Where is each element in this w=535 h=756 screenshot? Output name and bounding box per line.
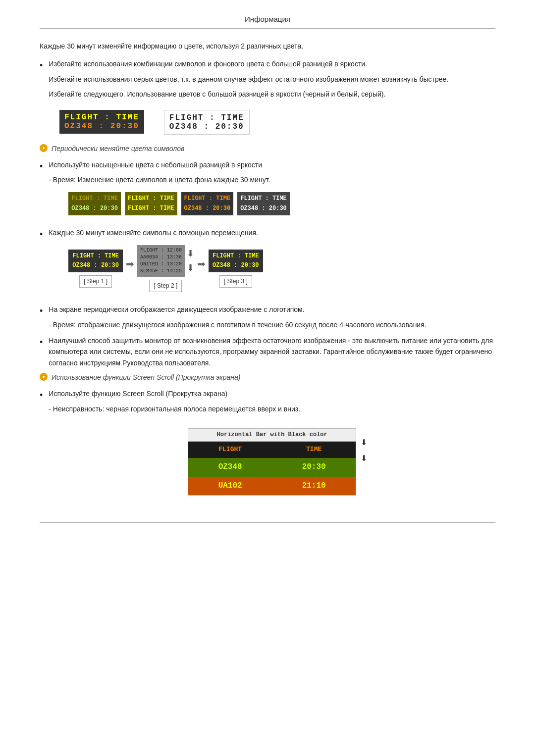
page-footer-line	[40, 522, 495, 523]
fc-yellow-r1: FLIGHT : TIME	[128, 194, 174, 203]
bullet-move-content: Каждые 30 минут изменяйте символы с помо…	[49, 227, 495, 300]
step2-label: [ Step 2 ]	[149, 280, 182, 292]
scroll-row-header: FLIGHT TIME	[188, 442, 356, 458]
bullet-logo-content: На экране периодически отображается движ…	[49, 304, 495, 330]
sub-para-2-text: Избегайте следующего. Использование цвет…	[49, 90, 385, 98]
fc-white-r1: FLIGHT : TIME	[240, 194, 287, 203]
fc-yellow-r2: FLIGHT : TIME	[128, 204, 174, 213]
step2-line4: KLM45E : 14:25	[140, 268, 182, 275]
demo-light-row1: FLIGHT : TIME	[169, 113, 244, 122]
fc-box-green: FLIGHT : TIME OZ348 : 20:30	[68, 192, 121, 215]
sub-scroll: - Неисправность: черная горизонтальная п…	[49, 403, 495, 414]
scroll-row1: OZ348 20:30	[188, 458, 356, 477]
scroll-row2-col2: 21:10	[272, 477, 356, 496]
step2-flight: FLIGHT : 12:00 AA0034 : 13:36 UNITED : 1…	[137, 245, 185, 277]
step3-r2: OZ348 : 20:30	[213, 261, 259, 270]
page-title: Информация	[245, 15, 290, 23]
bullet-scroll-text: Используйте функцию Screen Scroll (Прокр…	[49, 390, 227, 398]
step1-flight: FLIGHT : TIME OZ348 : 20:30	[68, 250, 123, 272]
bullet-dot-protect: •	[40, 336, 43, 349]
step2-inner: FLIGHT : 12:00 AA0034 : 13:36 UNITED : 1…	[137, 245, 194, 277]
fc-orange-r1: FLIGHT : TIME	[184, 194, 231, 203]
sub-logo-text: - Время: отображение движущегося изображ…	[49, 321, 426, 329]
sub-logo: - Время: отображение движущегося изображ…	[49, 319, 495, 330]
bullet-protect: • Наилучший способ защитить монитор от в…	[40, 335, 495, 368]
fc-box-orange: FLIGHT : TIME OZ348 : 20:30	[181, 192, 234, 215]
bullet-1-text: Избегайте использования комбинации симво…	[49, 60, 367, 68]
page-container: Информация Каждые 30 минут изменяйте инф…	[0, 0, 535, 553]
bullet-dot-sat: •	[40, 160, 43, 173]
demo-boxes: FLIGHT : TIME OZ348 : 20:30 FLIGHT : TIM…	[59, 110, 495, 135]
steps-row: FLIGHT : TIME OZ348 : 20:30 [ Step 1 ] ➡…	[68, 245, 495, 292]
bullet-logo: • На экране периодически отображается дв…	[40, 304, 495, 330]
step2-box: FLIGHT : 12:00 AA0034 : 13:36 UNITED : 1…	[137, 245, 194, 292]
bullet-sat-content: Используйте насыщенные цвета с небольшой…	[49, 159, 495, 222]
intro-para: Каждые 30 минут изменяйте информацию о ц…	[40, 41, 495, 51]
scroll-demo-table: Horizontal Bar with Black color FLIGHT T…	[188, 428, 356, 496]
bullet-protect-text: Наилучший способ защитить монитор от воз…	[49, 337, 493, 367]
bullet-dot-move: •	[40, 228, 43, 241]
fc-green-r2: OZ348 : 20:30	[71, 204, 118, 213]
fc-box-white: FLIGHT : TIME OZ348 : 20:30	[237, 192, 290, 215]
fc-white-r2: OZ348 : 20:30	[240, 204, 287, 213]
bullet-move: • Каждые 30 минут изменяйте символы с по…	[40, 227, 495, 300]
section-icon-2	[40, 144, 48, 152]
bullet-scroll: • Используйте функцию Screen Scroll (Про…	[40, 388, 495, 503]
step1-r1: FLIGHT : TIME	[72, 252, 119, 261]
demo-dark-row2: OZ348 : 20:30	[64, 122, 139, 131]
fc-orange-r2: OZ348 : 20:30	[184, 204, 231, 213]
bullet-protect-content: Наилучший способ защитить монитор от воз…	[49, 335, 495, 368]
sub-para-2: Избегайте следующего. Использование цвет…	[49, 89, 495, 100]
demo-dark-row1: FLIGHT : TIME	[64, 113, 139, 122]
step2-line3: UNITED : 13:20	[140, 261, 182, 268]
step2-line2: AA0034 : 13:36	[140, 254, 182, 261]
demo-light-box: FLIGHT : TIME OZ348 : 20:30	[164, 110, 250, 135]
bullet-scroll-content: Используйте функцию Screen Scroll (Прокр…	[49, 388, 495, 503]
bullet-sat: • Используйте насыщенные цвета с небольш…	[40, 159, 495, 222]
scroll-col1-header: FLIGHT	[188, 442, 272, 458]
step3-r1: FLIGHT : TIME	[213, 252, 259, 261]
fc-green-r1: FLIGHT : TIME	[71, 194, 118, 203]
arrow-2: ➡	[197, 256, 206, 282]
scroll-row1-col2: 20:30	[272, 458, 356, 477]
scroll-arrow-down-1: ⬇	[361, 436, 367, 449]
sub-para-1: Избегайте использования серых цветов, т.…	[49, 74, 495, 85]
bullet-dot-logo: •	[40, 305, 43, 317]
scroll-row1-col1: OZ348	[188, 458, 272, 477]
bullet-1: • Избегайте использования комбинации сим…	[40, 58, 495, 100]
scroll-demo-header: Horizontal Bar with Black color	[188, 429, 356, 442]
sub-time: - Время: Изменение цвета символов и цвет…	[49, 174, 495, 185]
bullet-sat-text: Используйте насыщенные цвета с небольшой…	[49, 161, 262, 169]
scroll-col2-header: TIME	[272, 442, 356, 458]
scroll-arrows: ⬇ ⬇	[361, 436, 367, 464]
section2-heading: Периодически меняйте цвета символов	[40, 145, 495, 152]
section-icon-3	[40, 373, 48, 381]
arrow-1: ➡	[126, 256, 134, 282]
step1-box: FLIGHT : TIME OZ348 : 20:30 [ Step 1 ]	[68, 250, 123, 288]
bullet-move-text: Каждые 30 минут изменяйте символы с помо…	[49, 229, 258, 237]
scroll-demo-wrapper: Horizontal Bar with Black color FLIGHT T…	[49, 421, 495, 503]
sub-para-1-text: Избегайте использования серых цветов, т.…	[49, 75, 448, 83]
sub-scroll-text: - Неисправность: черная горизонтальная п…	[49, 405, 300, 413]
section2-heading-text: Периодически меняйте цвета символов	[52, 145, 184, 152]
step2-line1: FLIGHT : 12:00	[140, 247, 182, 254]
bullet-dot-scroll: •	[40, 389, 43, 402]
scroll-row2: UA102 21:10	[188, 477, 356, 496]
sub-time-text: - Время: Изменение цвета символов и цвет…	[49, 176, 270, 184]
demo-light-row2: OZ348 : 20:30	[169, 122, 244, 131]
fc-box-yellow: FLIGHT : TIME FLIGHT : TIME	[125, 192, 177, 215]
step1-label: [ Step 1 ]	[79, 275, 112, 288]
bullet-dot-1: •	[40, 59, 43, 72]
scroll-demo-relative: Horizontal Bar with Black color FLIGHT T…	[188, 421, 356, 503]
demo-dark-box: FLIGHT : TIME OZ348 : 20:30	[59, 110, 144, 134]
step3-flight: FLIGHT : TIME OZ348 : 20:30	[209, 250, 263, 272]
step3-box: FLIGHT : TIME OZ348 : 20:30 [ Step 3 ]	[209, 250, 263, 288]
bullet-logo-text: На экране периодически отображается движ…	[49, 305, 304, 313]
scroll-arrow-down-2: ⬇	[361, 452, 367, 465]
section3-heading: Использование функции Screen Scroll (Про…	[40, 373, 495, 381]
scroll-row2-col1: UA102	[188, 477, 272, 496]
intro-text: Каждые 30 минут изменяйте информацию о ц…	[40, 42, 303, 50]
color-variant-row: FLIGHT : TIME OZ348 : 20:30 FLIGHT : TIM…	[68, 192, 495, 215]
step1-r2: OZ348 : 20:30	[72, 261, 119, 270]
step2-scroll-icon: ⬇⬇	[187, 247, 194, 275]
